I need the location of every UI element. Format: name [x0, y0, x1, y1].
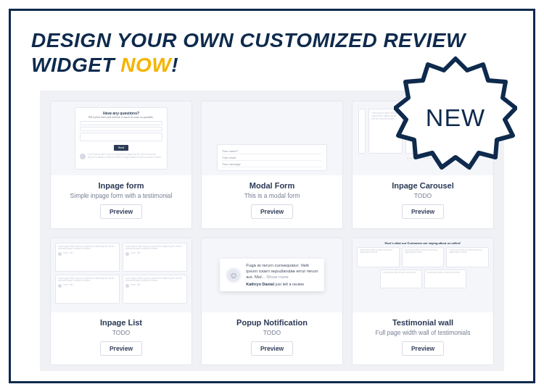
preview-button[interactable]: Preview — [402, 204, 444, 219]
card-title: Popup Notification — [207, 318, 337, 327]
avatar-icon — [125, 252, 129, 256]
form-testimonial: Lorem ipsum dolor sit amet consectetur a… — [80, 154, 162, 159]
list-card: Lorem ipsum dolor sit amet, consectetur … — [123, 243, 187, 272]
card-desc: Full page width wall of testimonials — [358, 329, 487, 336]
popup-suffix: just left a review — [274, 282, 304, 286]
thumb-testimonial-wall: Here's what our Customers are saying abo… — [353, 238, 493, 312]
wall-row-2: Lorem ipsum dolor sit amet consectetur. … — [357, 270, 489, 288]
card-meta: Popup Notification TODO Preview — [202, 312, 342, 363]
form-input-message — [80, 133, 162, 141]
new-badge: NEW — [394, 56, 517, 179]
modal-row-name: Your name? — [222, 148, 321, 154]
form-send-button: Send — [114, 145, 128, 151]
preview-button[interactable]: Preview — [251, 204, 293, 219]
popup-show-more: Show more — [266, 275, 288, 279]
card-meta: Testimonial wall Full page width wall of… — [353, 312, 493, 363]
card-title: Testimonial wall — [358, 318, 487, 327]
wall-card: Lorem ipsum dolor sit amet consectetur a… — [446, 247, 489, 267]
form-input-name — [80, 121, 162, 125]
card-modal-form: Your name? Your email Your message Modal… — [201, 101, 343, 229]
avatar-icon — [80, 154, 86, 159]
card-desc: TODO — [358, 192, 487, 199]
preview-button[interactable]: Preview — [402, 341, 444, 356]
list-card: Lorem ipsum dolor sit amet, consectetur … — [55, 275, 120, 304]
wall-card: Lorem ipsum dolor sit amet consectetur a… — [402, 247, 445, 267]
avatar-icon: ☺ — [226, 267, 242, 283]
list-card: Lorem ipsum dolor sit amet, consectetur … — [123, 275, 187, 304]
thumb-inpage-list: Lorem ipsum dolor sit amet, consectetur … — [51, 238, 191, 312]
thumb-modal-form: Your name? Your email Your message — [202, 101, 342, 175]
popup-panel: ☺ Fuga at rerum consequatur. Velit ipsum… — [220, 259, 324, 291]
outer-frame: DESIGN YOUR OWN CUSTOMIZED REVIEW WIDGET… — [9, 9, 535, 383]
headline-now: NOW — [120, 54, 171, 76]
wall-card: Lorem ipsum dolor sit amet consectetur. — [380, 270, 422, 288]
card-popup-notification: ☺ Fuga at rerum consequatur. Velit ipsum… — [201, 238, 343, 366]
wall-card: Lorem ipsum dolor sit amet consectetur a… — [357, 247, 400, 267]
card-title: Modal Form — [207, 181, 337, 190]
modal-panel: Your name? Your email Your message — [217, 144, 326, 171]
list-card: Lorem ipsum dolor sit amet, consectetur … — [55, 243, 120, 272]
carousel-card-edge — [358, 109, 366, 154]
card-meta: Inpage List TODO Preview — [51, 312, 191, 363]
wall-card: Lorem ipsum dolor sit amet consectetur. — [424, 270, 466, 288]
form-subtitle: Fill out the form and we'll be in touch … — [80, 116, 162, 119]
avatar-icon — [58, 252, 62, 256]
card-title: Inpage form — [57, 181, 186, 190]
card-title: Inpage Carousel — [358, 181, 487, 190]
form-title: Have any questions? — [80, 111, 162, 115]
preview-button[interactable]: Preview — [251, 341, 293, 356]
card-testimonial-wall: Here's what our Customers are saying abo… — [352, 238, 494, 366]
thumb-popup-notification: ☺ Fuga at rerum consequatur. Velit ipsum… — [202, 238, 342, 312]
headline-bang: ! — [171, 54, 178, 76]
form-testimonial-text: Lorem ipsum dolor sit amet consectetur a… — [88, 154, 162, 159]
card-desc: TODO — [57, 329, 186, 336]
card-meta: Modal Form This is a modal form Preview — [202, 175, 342, 226]
avatar-icon — [58, 284, 62, 288]
thumb-inpage-form: Have any questions? Fill out the form an… — [51, 101, 191, 175]
card-inpage-form: Have any questions? Fill out the form an… — [50, 101, 192, 229]
card-desc: This is a modal form — [207, 192, 337, 199]
card-inpage-list: Lorem ipsum dolor sit amet, consectetur … — [50, 238, 192, 366]
wall-grid: Lorem ipsum dolor sit amet consectetur a… — [357, 247, 489, 267]
card-desc: Simple inpage form with a testimonial — [57, 192, 186, 199]
modal-row-email: Your email — [222, 154, 321, 161]
form-panel: Have any questions? Fill out the form an… — [75, 107, 168, 170]
card-title: Inpage List — [57, 318, 186, 327]
form-input-email — [80, 127, 162, 131]
popup-author: Kathryn Daniel — [246, 282, 274, 286]
wall-heading: Here's what our Customers are saying abo… — [357, 241, 489, 245]
popup-byline: Kathryn Daniel just left a review — [246, 282, 318, 287]
card-meta: Inpage Carousel TODO Preview — [353, 175, 493, 226]
avatar-icon — [125, 284, 129, 288]
card-desc: TODO — [207, 329, 337, 336]
card-meta: Inpage form Simple inpage form with a te… — [51, 175, 191, 226]
preview-button[interactable]: Preview — [100, 204, 142, 219]
popup-text: Fuga at rerum consequatur. Velit ipsum t… — [246, 263, 318, 287]
new-badge-label: NEW — [426, 104, 485, 132]
preview-button[interactable]: Preview — [100, 341, 142, 356]
modal-row-msg: Your message — [222, 161, 321, 167]
